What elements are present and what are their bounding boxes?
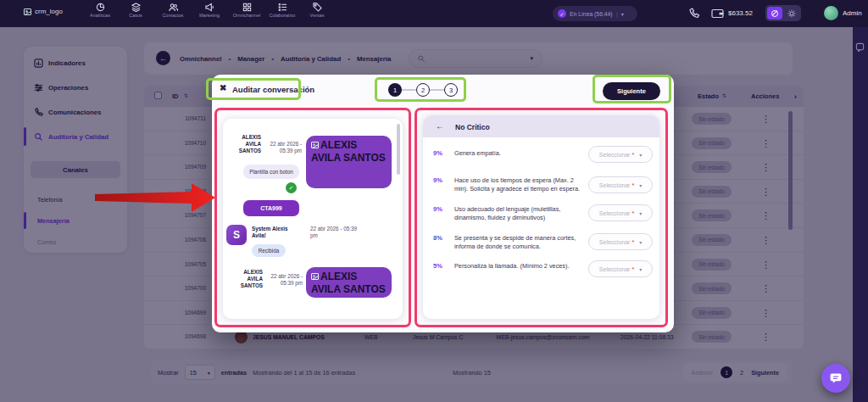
right-edge-toolbar xyxy=(853,27,868,402)
pie-chart-icon xyxy=(96,3,105,12)
user-avatar[interactable] xyxy=(824,6,838,20)
nav-item-omnichannel[interactable]: Omnichannel xyxy=(228,3,265,25)
nav-item-ventas[interactable]: Ventas xyxy=(298,3,336,25)
user-name: Admin xyxy=(843,9,862,17)
settings-toggle-button[interactable] xyxy=(784,7,799,20)
grid-icon xyxy=(242,3,252,12)
chevron-down-icon: ▾ xyxy=(621,11,624,17)
balance-amount: $633.52 xyxy=(728,9,753,17)
online-status-pill[interactable]: ✓ En Línea (56:44) | ▾ xyxy=(553,6,637,21)
red-arrow-annotation xyxy=(93,181,217,214)
app-logo: crm_logo xyxy=(24,8,63,15)
mode-toggle xyxy=(765,5,801,21)
status-label: En Línea (56:44) xyxy=(570,11,613,17)
annotation-pink-box-chat xyxy=(214,108,411,327)
floating-chat-button[interactable] xyxy=(821,364,850,393)
logo-text: crm_logo xyxy=(35,8,63,15)
broken-image-icon xyxy=(24,8,31,15)
layers-icon xyxy=(131,3,141,12)
wallet-icon[interactable] xyxy=(711,8,724,19)
phone-icon[interactable] xyxy=(688,8,700,20)
gear-icon xyxy=(787,9,796,18)
chat-bubble-icon xyxy=(829,371,843,385)
users-icon xyxy=(169,3,178,12)
annotation-green-box-next xyxy=(593,75,671,103)
tag-icon xyxy=(313,3,322,12)
annotation-pink-box-audit xyxy=(415,108,668,327)
nav-item-casos[interactable]: Casos xyxy=(117,3,154,25)
chat-panel-icon[interactable] xyxy=(855,42,865,52)
list-icon xyxy=(278,3,287,12)
check-icon: ✓ xyxy=(558,9,566,18)
dnd-icon xyxy=(771,10,778,17)
dnd-toggle-button[interactable] xyxy=(767,7,782,20)
app-window: crm_logo Analíticas Casos Contactos Mark… xyxy=(0,0,868,402)
nav-item-analiticas[interactable]: Analíticas xyxy=(81,3,119,25)
annotation-green-box-stepper xyxy=(375,77,466,102)
nav-item-marketing[interactable]: Marketing xyxy=(191,3,228,25)
nav-item-colaborativo[interactable]: Colaborativo xyxy=(264,3,301,25)
top-navbar: crm_logo Analíticas Casos Contactos Mark… xyxy=(0,0,868,27)
annotation-green-box-title xyxy=(206,78,301,100)
divider: | xyxy=(616,10,618,18)
megaphone-icon xyxy=(205,3,214,12)
nav-item-contactos[interactable]: Contactos xyxy=(154,3,192,25)
